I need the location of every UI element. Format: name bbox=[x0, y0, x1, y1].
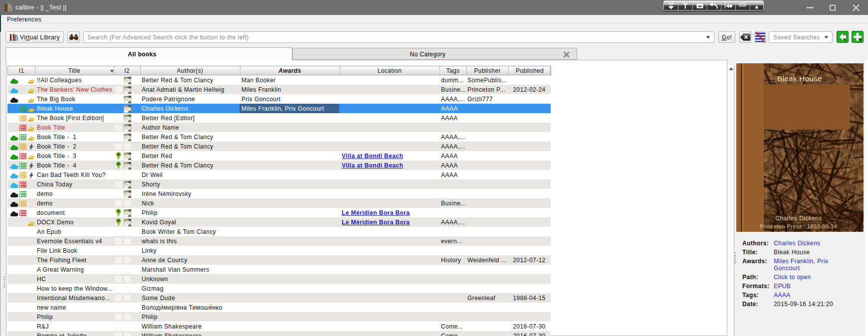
svg-text:Princeton Press : 1853-09-14: Princeton Press : 1853-09-14 bbox=[760, 223, 837, 229]
svg-text:Bleak House: Bleak House bbox=[777, 74, 822, 83]
svg-text:Charles Dickens: Charles Dickens bbox=[775, 215, 822, 222]
